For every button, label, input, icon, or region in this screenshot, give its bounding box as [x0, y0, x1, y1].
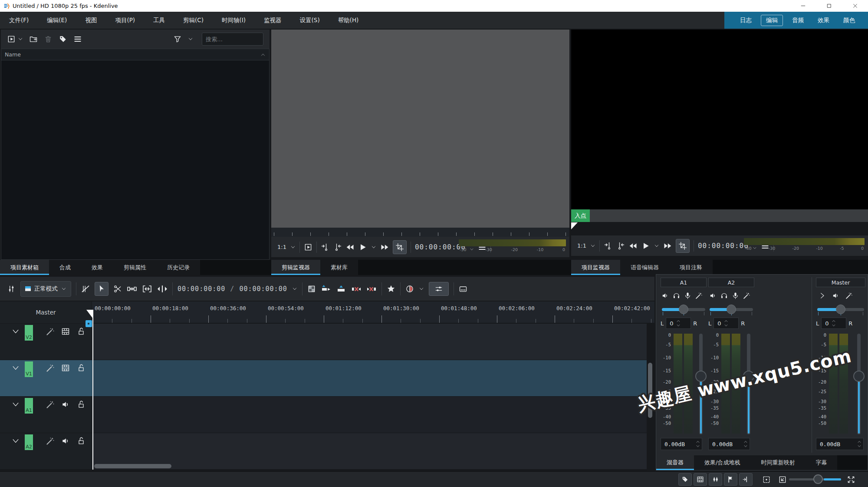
- track-a1-lane[interactable]: [92, 397, 647, 433]
- tab-effect-stack[interactable]: 效果/合成堆栈: [694, 455, 750, 470]
- gain-spinbox[interactable]: 0.00dB: [816, 438, 864, 450]
- add-clip-dropdown-icon[interactable]: [18, 36, 23, 42]
- mute-icon[interactable]: [709, 292, 717, 299]
- workspace-effects[interactable]: 效果: [813, 15, 834, 26]
- zone-start-flag[interactable]: [571, 222, 578, 229]
- lock-track-icon[interactable]: [77, 327, 85, 336]
- volume-knob[interactable]: [853, 371, 865, 382]
- master-track-button[interactable]: Master: [0, 301, 92, 323]
- play-options-icon[interactable]: [654, 243, 659, 248]
- clip-monitor-ruler[interactable]: [271, 228, 569, 237]
- project-monitor-display[interactable]: [571, 30, 868, 209]
- pan-slider[interactable]: [662, 304, 705, 315]
- bin-options-icon[interactable]: [73, 35, 82, 43]
- clip-monitor-display[interactable]: [271, 30, 569, 228]
- menu-help[interactable]: 帮助(H): [329, 12, 368, 29]
- gain-spinbox[interactable]: 0.00dB: [661, 438, 702, 450]
- tab-project-notes[interactable]: 项目注释: [669, 260, 713, 275]
- gain-spinbox[interactable]: 0.00dB: [708, 438, 750, 450]
- collapse-track-icon[interactable]: [11, 437, 20, 445]
- collapse-track-icon[interactable]: [11, 327, 20, 336]
- tab-mixer[interactable]: 混音器: [656, 455, 694, 470]
- collapse-track-icon[interactable]: [11, 364, 20, 372]
- clip-zoom-level[interactable]: 1:1: [277, 244, 286, 250]
- tab-clip-properties[interactable]: 剪辑属性: [113, 260, 157, 275]
- rewind-icon[interactable]: [629, 242, 638, 250]
- maximize-button[interactable]: [816, 0, 842, 12]
- tab-library[interactable]: 素材库: [320, 260, 358, 275]
- fast-forward-icon[interactable]: [663, 242, 672, 250]
- zoom-fit-button[interactable]: [761, 474, 772, 485]
- timeline-settings-icon[interactable]: [7, 285, 16, 293]
- tab-subtitles[interactable]: 字幕: [805, 455, 837, 470]
- tab-undo-history[interactable]: 历史记录: [157, 260, 200, 275]
- track-v1-header[interactable]: V1: [0, 360, 92, 397]
- video-thumbnails-button[interactable]: [694, 473, 707, 486]
- pan-knob[interactable]: [836, 305, 845, 314]
- track-target-tab[interactable]: V1: [25, 361, 33, 377]
- clip-zoom-dropdown-icon[interactable]: [290, 245, 296, 250]
- menu-timeline[interactable]: 时间轴(I): [213, 12, 255, 29]
- tab-speech-editor[interactable]: 语音编辑器: [620, 260, 669, 275]
- project-bin-tree[interactable]: Name: [1, 49, 270, 260]
- subtitles-icon[interactable]: [459, 285, 467, 293]
- track-target-tab[interactable]: V2: [25, 325, 33, 341]
- track-v2-header[interactable]: V2: [0, 324, 92, 360]
- channel-effects-icon[interactable]: [743, 292, 750, 299]
- track-a1-header[interactable]: A1: [0, 397, 92, 433]
- clip-monitor-icon[interactable]: [304, 243, 312, 252]
- set-out-point-icon[interactable]: [333, 243, 342, 252]
- rewind-icon[interactable]: [346, 243, 355, 252]
- menu-tools[interactable]: 工具: [144, 12, 174, 29]
- tab-clip-monitor[interactable]: 剪辑监视器: [271, 260, 320, 275]
- favorite-effects-icon[interactable]: [387, 285, 395, 293]
- project-timecode[interactable]: 00:00:00:00: [698, 242, 749, 250]
- timeline-zone-marker[interactable]: [85, 320, 92, 327]
- lock-track-icon[interactable]: [77, 400, 85, 409]
- zoom-project-button[interactable]: [777, 474, 788, 485]
- track-v1-lane[interactable]: [92, 360, 647, 397]
- tab-project-monitor[interactable]: 项目监视器: [571, 260, 620, 275]
- bin-search-input[interactable]: [202, 33, 263, 46]
- mute-icon[interactable]: [832, 292, 839, 299]
- timeline-zoom-knob[interactable]: [813, 474, 823, 484]
- menu-clip[interactable]: 剪辑(C): [174, 12, 213, 29]
- record-options-icon[interactable]: [419, 286, 424, 292]
- collapse-mixer-icon[interactable]: [819, 292, 826, 299]
- lift-zone-icon[interactable]: [366, 284, 377, 294]
- solo-icon[interactable]: [673, 292, 680, 299]
- pan-slider[interactable]: [710, 304, 753, 315]
- solo-icon[interactable]: [720, 292, 728, 299]
- lock-track-icon[interactable]: [77, 437, 85, 445]
- mixed-insert-icon[interactable]: [81, 285, 90, 293]
- mixer-toggle-button[interactable]: [429, 282, 449, 296]
- project-zoom-dropdown-icon[interactable]: [590, 243, 595, 248]
- channel-title[interactable]: A2: [708, 278, 754, 287]
- compositing-icon[interactable]: [307, 285, 316, 293]
- master-effects-icon[interactable]: [845, 292, 853, 299]
- lock-track-icon[interactable]: [77, 364, 85, 372]
- razor-tool-icon[interactable]: [113, 285, 122, 293]
- delete-icon[interactable]: [44, 35, 53, 43]
- mute-icon[interactable]: [661, 292, 669, 299]
- playhead-line[interactable]: [92, 310, 93, 470]
- pan-knob[interactable]: [679, 305, 688, 314]
- record-audio-icon[interactable]: [684, 292, 691, 299]
- minimize-button[interactable]: [790, 0, 816, 12]
- fullscreen-button[interactable]: [845, 474, 857, 485]
- workspace-audio[interactable]: 音频: [787, 15, 809, 26]
- record-audio-icon[interactable]: [732, 292, 739, 299]
- channel-title[interactable]: A1: [661, 278, 707, 287]
- audio-thumbnails-button[interactable]: [709, 473, 722, 486]
- extract-zone-icon[interactable]: [351, 284, 362, 294]
- track-target-tab[interactable]: A2: [25, 434, 33, 450]
- pan-value-spinbox[interactable]: 0: [821, 318, 846, 329]
- playhead-flag[interactable]: [86, 310, 93, 318]
- set-in-point-icon[interactable]: [604, 242, 612, 250]
- menu-project[interactable]: 项目(P): [106, 12, 144, 29]
- track-v2-lane[interactable]: [92, 324, 647, 360]
- title-bar[interactable]: Untitled / HD 1080p 25 fps - Kdenlive: [0, 0, 868, 12]
- zone-mode-button[interactable]: [393, 240, 407, 254]
- pan-knob[interactable]: [727, 305, 736, 314]
- collapse-track-icon[interactable]: [11, 400, 20, 409]
